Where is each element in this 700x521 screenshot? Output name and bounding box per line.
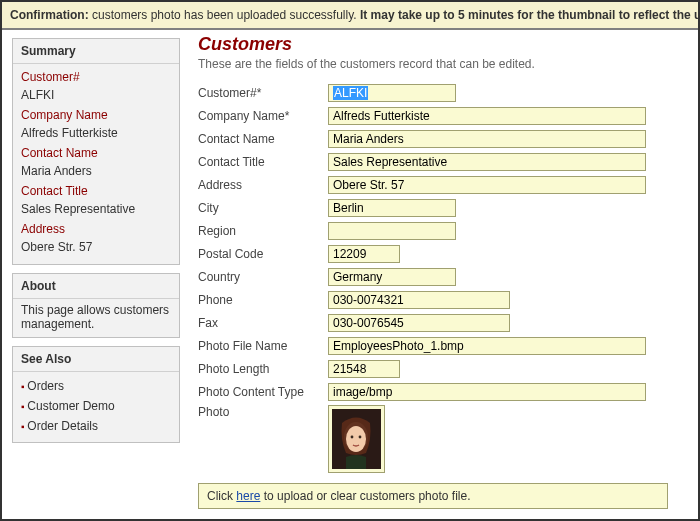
summary-title: Summary (13, 39, 179, 64)
region-input[interactable] (328, 222, 456, 240)
seealso-item[interactable]: Orders (21, 376, 171, 396)
upload-instruction: Click here to upload or clear customers … (198, 483, 668, 509)
fax-input[interactable] (328, 314, 510, 332)
field-label-customer-id: Customer#* (198, 86, 328, 100)
summary-field-label: Contact Name (21, 144, 171, 162)
about-text: This page allows customers management. (13, 299, 179, 337)
photo-length-input[interactable] (328, 360, 400, 378)
field-label-photo: Photo (198, 405, 328, 419)
summary-field-value: Maria Anders (21, 162, 171, 182)
phone-input[interactable] (328, 291, 510, 309)
svg-point-5 (359, 436, 362, 439)
about-panel: About This page allows customers managem… (12, 273, 180, 338)
seealso-title: See Also (13, 347, 179, 372)
company-name-input[interactable] (328, 107, 646, 125)
summary-field-label: Company Name (21, 106, 171, 124)
svg-point-3 (346, 426, 366, 452)
page-description: These are the fields of the customers re… (198, 57, 686, 71)
confirmation-note: It may take up to 5 minutes for the thum… (360, 8, 698, 22)
field-label-company-name: Company Name* (198, 109, 328, 123)
confirmation-bar: Confirmation: customers photo has been u… (2, 2, 698, 30)
field-label-region: Region (198, 224, 328, 238)
summary-field-value: ALFKI (21, 86, 171, 106)
field-label-address: Address (198, 178, 328, 192)
summary-field-value: Sales Representative (21, 200, 171, 220)
field-label-phone: Phone (198, 293, 328, 307)
seealso-link[interactable]: Orders (27, 379, 64, 393)
sidebar: Summary Customer# ALFKI Company Name Alf… (2, 30, 180, 517)
page-title: Customers (198, 34, 686, 55)
summary-field-label: Contact Title (21, 182, 171, 200)
photo-thumbnail[interactable] (328, 405, 385, 473)
seealso-link[interactable]: Customer Demo (27, 399, 114, 413)
field-label-fax: Fax (198, 316, 328, 330)
city-input[interactable] (328, 199, 456, 217)
photo-icon (332, 409, 381, 469)
field-label-photo-content-type: Photo Content Type (198, 385, 328, 399)
upload-prefix: Click (207, 489, 236, 503)
photo-file-name-input[interactable] (328, 337, 646, 355)
field-label-photo-length: Photo Length (198, 362, 328, 376)
confirmation-message: customers photo has been uploaded succes… (92, 8, 357, 22)
summary-field-label: Customer# (21, 68, 171, 86)
photo-content-type-input[interactable] (328, 383, 646, 401)
confirmation-label: Confirmation: (10, 8, 89, 22)
selected-value: ALFKI (333, 86, 368, 100)
summary-list: Customer# ALFKI Company Name Alfreds Fut… (13, 64, 179, 264)
address-input[interactable] (328, 176, 646, 194)
field-label-photo-file-name: Photo File Name (198, 339, 328, 353)
about-title: About (13, 274, 179, 299)
seealso-item[interactable]: Order Details (21, 416, 171, 436)
field-label-contact-title: Contact Title (198, 155, 328, 169)
seealso-list: Orders Customer Demo Order Details (21, 376, 171, 436)
summary-panel: Summary Customer# ALFKI Company Name Alf… (12, 38, 180, 265)
postal-code-input[interactable] (328, 245, 400, 263)
field-label-postal-code: Postal Code (198, 247, 328, 261)
country-input[interactable] (328, 268, 456, 286)
field-label-contact-name: Contact Name (198, 132, 328, 146)
upload-link[interactable]: here (236, 489, 260, 503)
summary-field-value: Alfreds Futterkiste (21, 124, 171, 144)
seealso-panel: See Also Orders Customer Demo Order Deta… (12, 346, 180, 443)
svg-point-4 (351, 436, 354, 439)
seealso-item[interactable]: Customer Demo (21, 396, 171, 416)
field-label-country: Country (198, 270, 328, 284)
contact-name-input[interactable] (328, 130, 646, 148)
upload-suffix: to upload or clear customers photo file. (260, 489, 470, 503)
customer-id-input[interactable]: ALFKI (328, 84, 456, 102)
field-label-city: City (198, 201, 328, 215)
summary-field-value: Obere Str. 57 (21, 238, 171, 258)
summary-field-label: Address (21, 220, 171, 238)
main-content: Customers These are the fields of the cu… (180, 30, 698, 517)
seealso-link[interactable]: Order Details (27, 419, 98, 433)
contact-title-input[interactable] (328, 153, 646, 171)
